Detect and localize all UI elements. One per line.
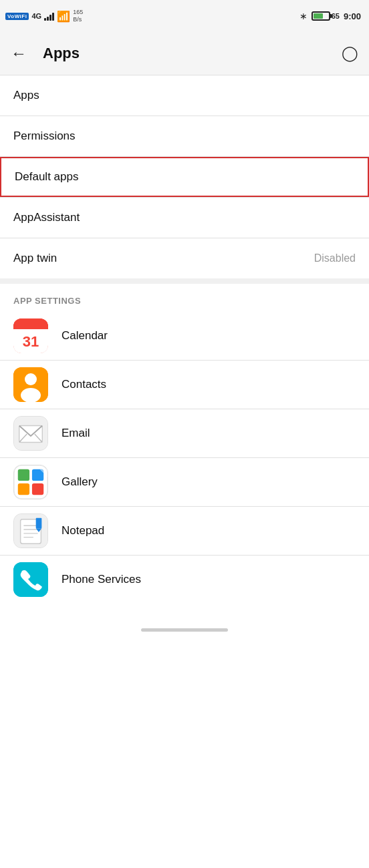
battery-level: 65	[332, 12, 340, 20]
app-item-contacts[interactable]: Contacts	[0, 361, 369, 409]
search-icon[interactable]: ◯	[342, 45, 358, 62]
menu-item-apps-label: Apps	[13, 89, 39, 102]
svg-point-6	[25, 373, 37, 385]
battery-container: 65	[312, 11, 340, 21]
app-settings-section-header: APP SETTINGS	[0, 284, 369, 312]
menu-item-apps[interactable]: Apps	[0, 75, 369, 116]
wifi-icon: 📶	[57, 10, 70, 23]
signal-bar-1	[44, 18, 46, 21]
home-indicator-area	[0, 604, 369, 644]
home-indicator	[141, 628, 228, 632]
gallery-app-icon	[13, 465, 48, 499]
calendar-app-icon: 31	[13, 318, 48, 353]
svg-rect-16	[32, 483, 43, 495]
app-item-email[interactable]: Email	[0, 409, 369, 457]
email-app-icon	[13, 416, 48, 451]
menu-item-default-apps-label: Default apps	[15, 170, 78, 184]
status-bar-right: ∗ 65 9:00	[299, 11, 361, 21]
status-bar-left: VoWiFi 4G 📶 165B/s	[5, 9, 83, 23]
battery-fill	[314, 13, 323, 19]
phone-services-app-name: Phone Services	[62, 573, 141, 586]
page-title: Apps	[43, 45, 331, 62]
svg-point-7	[21, 388, 41, 402]
menu-item-app-assistant[interactable]: AppAssistant	[0, 198, 369, 238]
svg-rect-15	[18, 483, 29, 495]
notepad-app-icon	[13, 513, 48, 548]
back-button[interactable]: ←	[5, 39, 32, 68]
svg-rect-3	[13, 327, 48, 329]
gallery-app-name: Gallery	[62, 475, 98, 489]
signal-bar-2	[47, 17, 49, 21]
signal-bars	[44, 11, 54, 21]
app-item-calendar[interactable]: 31 Calendar	[0, 312, 369, 360]
signal-4g: 4G	[31, 12, 41, 20]
menu-item-app-twin[interactable]: App twin Disabled	[0, 238, 369, 278]
menu-item-app-twin-label: App twin	[13, 252, 57, 265]
network-speed: 165B/s	[73, 9, 83, 23]
notepad-app-name: Notepad	[62, 524, 104, 537]
calendar-app-name: Calendar	[62, 329, 108, 343]
menu-item-default-apps[interactable]: Default apps	[0, 157, 369, 197]
section-divider	[0, 278, 369, 284]
svg-rect-24	[36, 518, 42, 528]
signal-bar-4	[52, 13, 54, 21]
email-app-name: Email	[62, 427, 90, 440]
menu-item-permissions-label: Permissions	[13, 130, 76, 143]
svg-rect-13	[18, 469, 29, 481]
bluetooth-icon: ∗	[299, 11, 308, 21]
vowifi-badge: VoWiFi	[5, 13, 29, 20]
svg-rect-26	[13, 562, 48, 597]
phone-services-app-icon	[13, 562, 48, 597]
status-bar: VoWiFi 4G 📶 165B/s ∗ 65 9:00	[0, 0, 369, 32]
app-item-phone-services[interactable]: Phone Services	[0, 556, 369, 604]
top-nav: ← Apps ◯	[0, 32, 369, 75]
app-settings-title: APP SETTINGS	[13, 296, 81, 306]
battery-icon	[312, 11, 330, 21]
app-item-notepad[interactable]: Notepad	[0, 507, 369, 555]
contacts-app-name: Contacts	[62, 378, 106, 391]
menu-item-permissions[interactable]: Permissions	[0, 116, 369, 156]
menu-item-app-assistant-label: AppAssistant	[13, 211, 80, 224]
contacts-app-icon	[13, 367, 48, 402]
menu-item-app-twin-value: Disabled	[314, 252, 356, 264]
signal-bar-3	[49, 15, 51, 21]
app-item-gallery[interactable]: Gallery	[0, 458, 369, 506]
clock: 9:00	[344, 11, 361, 21]
svg-text:31: 31	[23, 333, 39, 350]
